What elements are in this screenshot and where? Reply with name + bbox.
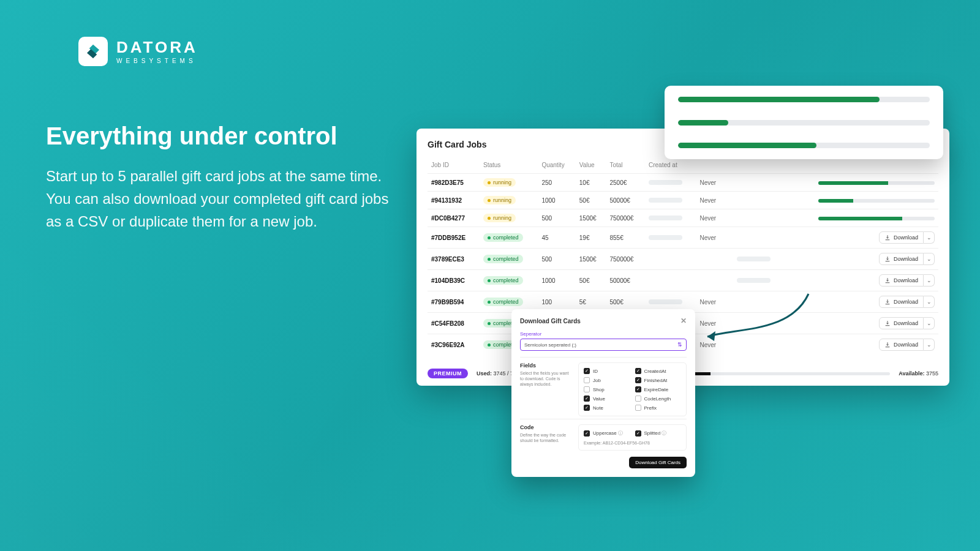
download-caret-button[interactable]: ⌄ (924, 296, 935, 308)
download-button[interactable]: Download (879, 274, 924, 287)
fields-description: Select the fields you want to download. … (520, 370, 572, 387)
extra-skel (733, 291, 785, 313)
body-text: Start up to 5 parallel gift card jobs at… (46, 165, 389, 233)
download-gift-cards-button[interactable]: Download Gift Cards (629, 457, 687, 468)
job-progress-bar (818, 217, 935, 220)
created-cell (645, 209, 696, 227)
field-checkbox[interactable]: ✓ExpireDate (635, 386, 682, 392)
close-icon[interactable]: ✕ (680, 317, 687, 325)
column-header: Created at (645, 157, 696, 174)
status-badge: completed (483, 255, 523, 263)
column-header: Status (480, 157, 538, 174)
created-text: Never (696, 334, 733, 356)
progress-bar (678, 143, 930, 148)
qty-cell: 250 (538, 174, 575, 192)
job-id: #104DB39C (428, 270, 480, 291)
field-checkbox[interactable]: CodeLength (635, 395, 682, 402)
separator-value: Semicolon seperated (;) (524, 342, 576, 348)
download-button[interactable]: Download (879, 253, 924, 265)
field-checkbox[interactable]: Shop (584, 386, 630, 392)
created-text (696, 270, 733, 291)
status-badge: completed (483, 298, 523, 306)
job-id: #C54FB208 (428, 313, 480, 334)
progress-overview-card (665, 86, 943, 159)
extra-skel (733, 249, 785, 270)
job-id: #79B9B594 (428, 291, 480, 313)
table-row: #982D3E75running25010€2500€Never (428, 174, 938, 192)
column-header: Total (606, 157, 645, 174)
logo-mark-icon (78, 37, 108, 66)
download-button[interactable]: Download (879, 231, 924, 244)
job-id: #3C96E92A (428, 334, 480, 356)
status-badge: running (483, 178, 516, 187)
separator-label: Seperator (520, 331, 687, 337)
created-text (696, 249, 733, 270)
marketing-copy: Everything under control Start up to 5 p… (46, 122, 389, 233)
field-checkbox[interactable]: Job (584, 377, 630, 383)
status-badge: completed (483, 276, 523, 285)
qty-cell: 1000 (538, 192, 575, 209)
job-id: #3789ECE3 (428, 249, 480, 270)
total-cell: 2500€ (606, 174, 645, 192)
job-id: #DC0B4277 (428, 209, 480, 227)
created-cell (645, 270, 696, 291)
qty-cell: 45 (538, 227, 575, 249)
extra-skel (733, 209, 785, 227)
fields-heading: Fields (520, 362, 572, 369)
download-caret-button[interactable]: ⌄ (924, 317, 935, 329)
job-id: #94131932 (428, 192, 480, 209)
table-row: #7DDB952Ecompleted4519€855€NeverDownload… (428, 227, 938, 249)
value-cell: 19€ (576, 227, 606, 249)
field-checkbox[interactable]: ✓CreatedAt (635, 368, 682, 374)
code-option-checkbox[interactable]: ✓Splitted ⓘ (635, 430, 682, 437)
qty-cell: 500 (538, 209, 575, 227)
download-button[interactable]: Download (879, 296, 924, 308)
value-cell: 50€ (576, 270, 606, 291)
status-badge: running (483, 196, 516, 204)
field-checkbox[interactable]: ✓Note (584, 405, 630, 411)
extra-skel (733, 192, 785, 209)
available-label: Available: (899, 370, 924, 377)
download-button[interactable]: Download (879, 339, 924, 351)
total-cell: 750000€ (606, 249, 645, 270)
created-text: Never (696, 192, 733, 209)
available-value: 3755 (926, 370, 938, 377)
separator-select[interactable]: Semicolon seperated (;) ⇅ (520, 339, 687, 351)
download-caret-button[interactable]: ⌄ (924, 253, 935, 265)
progress-bar (678, 97, 930, 102)
download-caret-button[interactable]: ⌄ (924, 339, 935, 351)
progress-bar (678, 120, 930, 126)
download-button[interactable]: Download (879, 317, 924, 329)
code-option-checkbox[interactable]: ✓Uppercase ⓘ (584, 430, 630, 437)
value-cell: 1500€ (576, 249, 606, 270)
created-text: Never (696, 209, 733, 227)
created-cell (645, 192, 696, 209)
code-description: Define the way the code should be format… (520, 432, 572, 443)
code-example: Example: AB12-CD34-EF56-GH78 (584, 441, 681, 445)
download-caret-button[interactable]: ⌄ (924, 274, 935, 287)
extra-skel (733, 270, 785, 291)
field-checkbox[interactable]: ✓FinishedAt (635, 377, 682, 383)
extra-skel (733, 334, 785, 356)
created-text: Never (696, 313, 733, 334)
field-checkbox[interactable]: Prefix (635, 405, 682, 411)
download-modal: Download Gift Cards ✕ Seperator Semicolo… (511, 309, 695, 477)
chevron-updown-icon: ⇅ (677, 342, 682, 348)
value-cell: 1500€ (576, 209, 606, 227)
total-cell: 750000€ (606, 209, 645, 227)
modal-title: Download Gift Cards (520, 318, 581, 324)
field-checkbox[interactable]: ✓ID (584, 368, 630, 374)
table-row: #DC0B4277running5001500€750000€Never (428, 209, 938, 227)
qty-cell: 500 (538, 249, 575, 270)
brand-subtitle: WEBSYSTEMS (116, 58, 198, 64)
created-text: Never (696, 291, 733, 313)
info-icon: ⓘ (662, 430, 666, 436)
column-header: Job ID (428, 157, 480, 174)
brand-logo: DATORA WEBSYSTEMS (78, 37, 198, 66)
value-cell: 50€ (576, 192, 606, 209)
field-checkbox[interactable]: ✓Value (584, 395, 630, 402)
created-cell (645, 227, 696, 249)
info-icon: ⓘ (618, 430, 623, 436)
qty-cell: 1000 (538, 270, 575, 291)
download-caret-button[interactable]: ⌄ (924, 231, 935, 244)
